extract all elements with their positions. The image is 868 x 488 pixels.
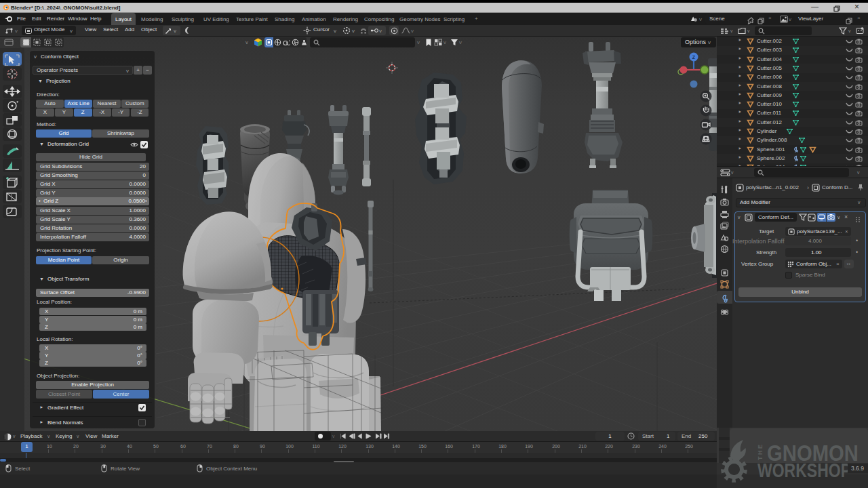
- svg-text:3.6.9: 3.6.9: [851, 465, 864, 472]
- svg-text:THE: THE: [757, 443, 764, 461]
- svg-text:WORKSHOP: WORKSHOP: [757, 460, 851, 481]
- svg-text:Z: Z: [692, 55, 696, 60]
